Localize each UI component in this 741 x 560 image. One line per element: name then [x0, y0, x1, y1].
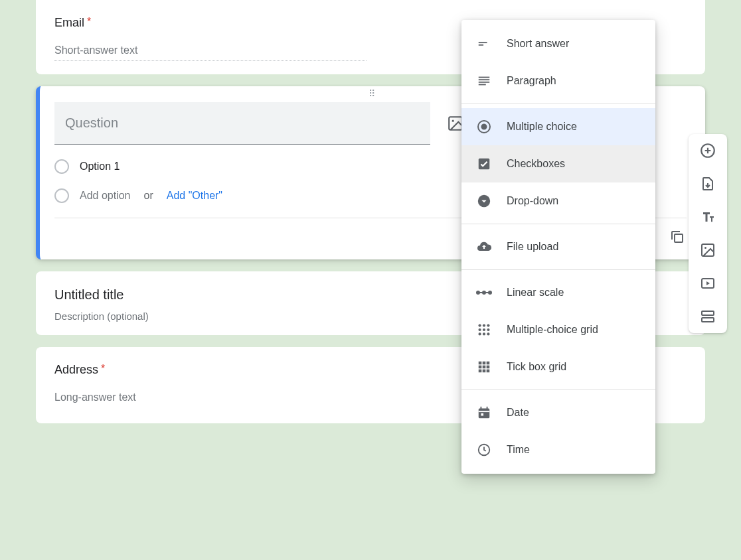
cloud-upload-icon [475, 239, 493, 255]
radio-icon [54, 188, 69, 203]
menu-item-short-answer[interactable]: Short answer [461, 25, 655, 62]
menu-item-time[interactable]: Time [461, 431, 655, 468]
menu-divider [461, 224, 655, 224]
svg-rect-46 [702, 311, 714, 315]
dot-grid-icon [475, 322, 493, 338]
menu-item-tick-grid[interactable]: Tick box grid [461, 348, 655, 385]
svg-rect-2 [675, 234, 683, 242]
linear-scale-icon [475, 285, 493, 301]
add-image-button-toolbar[interactable] [698, 240, 718, 260]
clock-icon [475, 442, 493, 458]
menu-item-checkboxes[interactable]: Checkboxes [461, 145, 655, 182]
svg-point-23 [478, 332, 481, 335]
menu-label: Tick box grid [507, 361, 566, 373]
menu-label: Multiple choice [507, 121, 577, 133]
required-asterisk: * [101, 363, 105, 374]
menu-item-dropdown[interactable]: Drop-down [461, 182, 655, 220]
section-icon [700, 309, 716, 324]
svg-rect-38 [487, 407, 488, 410]
short-answer-placeholder: Short-answer text [54, 44, 367, 61]
menu-label: Checkboxes [507, 158, 565, 170]
menu-item-date[interactable]: Date [461, 394, 655, 431]
svg-rect-30 [483, 366, 486, 369]
menu-item-mc-grid[interactable]: Multiple-choice grid [461, 311, 655, 348]
svg-rect-5 [479, 77, 490, 78]
menu-item-paragraph[interactable]: Paragraph [461, 62, 655, 100]
menu-label: Paragraph [507, 75, 556, 87]
import-icon [700, 176, 716, 192]
email-title-text: Email [54, 16, 84, 29]
menu-label: File upload [507, 241, 558, 253]
add-option-button[interactable]: Add option [80, 190, 131, 202]
menu-divider [461, 104, 655, 104]
svg-point-44 [704, 247, 706, 249]
svg-rect-4 [479, 44, 483, 46]
menu-divider [461, 269, 655, 270]
menu-label: Short answer [507, 38, 569, 50]
svg-rect-28 [487, 362, 490, 365]
radio-icon [54, 159, 69, 174]
square-grid-icon [475, 359, 493, 375]
required-asterisk: * [87, 16, 91, 27]
question-title-input[interactable] [54, 102, 430, 145]
svg-rect-26 [479, 362, 482, 365]
text-icon [700, 209, 716, 225]
address-title-text: Address [54, 363, 98, 376]
drag-handle-icon[interactable]: ⠿ [369, 92, 376, 96]
svg-rect-6 [479, 79, 490, 80]
radio-checked-icon [475, 119, 493, 135]
dropdown-icon [475, 193, 493, 209]
svg-rect-40 [481, 413, 483, 416]
svg-point-24 [483, 332, 485, 335]
svg-rect-33 [483, 370, 486, 373]
add-question-button[interactable] [698, 141, 718, 161]
menu-label: Date [507, 407, 529, 419]
svg-point-25 [487, 332, 489, 335]
add-title-button[interactable] [698, 207, 718, 227]
svg-point-21 [483, 328, 485, 331]
menu-item-multiple-choice[interactable]: Multiple choice [461, 108, 655, 145]
svg-point-1 [452, 120, 454, 122]
svg-rect-39 [479, 411, 490, 412]
menu-label: Linear scale [507, 287, 564, 299]
menu-label: Multiple-choice grid [507, 324, 598, 336]
svg-point-22 [487, 328, 489, 331]
short-answer-icon [475, 36, 493, 52]
add-other-button[interactable]: Add "Other" [167, 190, 222, 202]
svg-rect-27 [483, 362, 486, 365]
side-toolbar [689, 134, 727, 333]
option-text[interactable]: Option 1 [80, 161, 120, 173]
or-text: or [144, 190, 153, 202]
paragraph-icon [475, 73, 493, 89]
svg-rect-8 [479, 84, 486, 86]
svg-point-20 [478, 328, 481, 331]
checkbox-icon [475, 156, 493, 172]
menu-divider [461, 389, 655, 390]
question-type-menu[interactable]: Short answer Paragraph Multiple choice C… [461, 20, 655, 474]
duplicate-button[interactable] [668, 228, 687, 246]
svg-rect-29 [479, 366, 482, 369]
duplicate-icon [669, 229, 685, 245]
svg-rect-47 [702, 318, 714, 322]
import-questions-button[interactable] [698, 174, 718, 194]
video-icon [700, 275, 716, 291]
svg-point-17 [478, 324, 481, 326]
add-video-button[interactable] [698, 273, 718, 293]
svg-rect-37 [481, 407, 482, 410]
svg-rect-34 [487, 370, 490, 373]
menu-item-file-upload[interactable]: File upload [461, 228, 655, 265]
add-section-button[interactable] [698, 307, 718, 326]
svg-point-19 [487, 324, 489, 326]
svg-point-10 [481, 124, 487, 130]
svg-rect-31 [487, 366, 490, 369]
svg-rect-7 [479, 82, 490, 83]
svg-rect-16 [478, 292, 490, 293]
plus-circle-icon [699, 142, 716, 159]
menu-label: Time [507, 444, 530, 456]
svg-rect-3 [479, 42, 487, 43]
menu-label: Drop-down [507, 195, 558, 207]
menu-item-linear-scale[interactable]: Linear scale [461, 274, 655, 311]
image-icon [700, 242, 716, 258]
svg-point-18 [483, 324, 485, 326]
calendar-icon [475, 405, 493, 421]
